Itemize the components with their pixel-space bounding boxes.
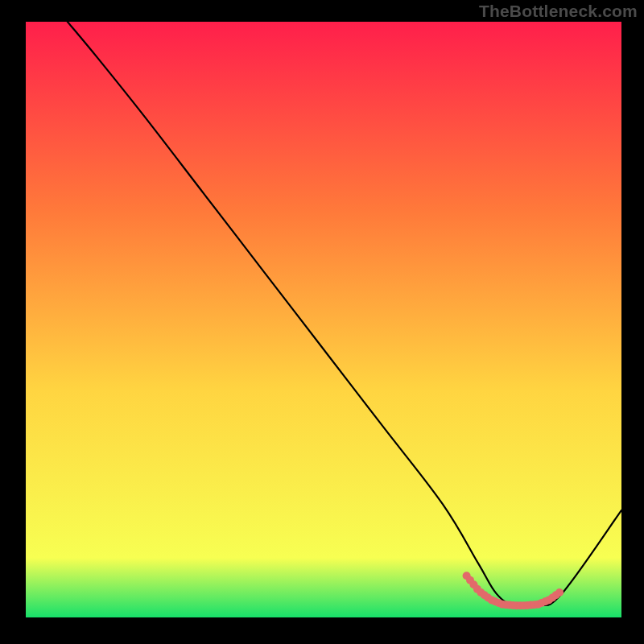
chart-svg xyxy=(26,22,621,617)
gradient-background xyxy=(26,22,621,617)
plot-area xyxy=(26,22,621,617)
optimal-dot xyxy=(555,588,564,597)
chart-frame: TheBottleneck.com xyxy=(0,0,644,644)
watermark-label: TheBottleneck.com xyxy=(479,2,638,21)
